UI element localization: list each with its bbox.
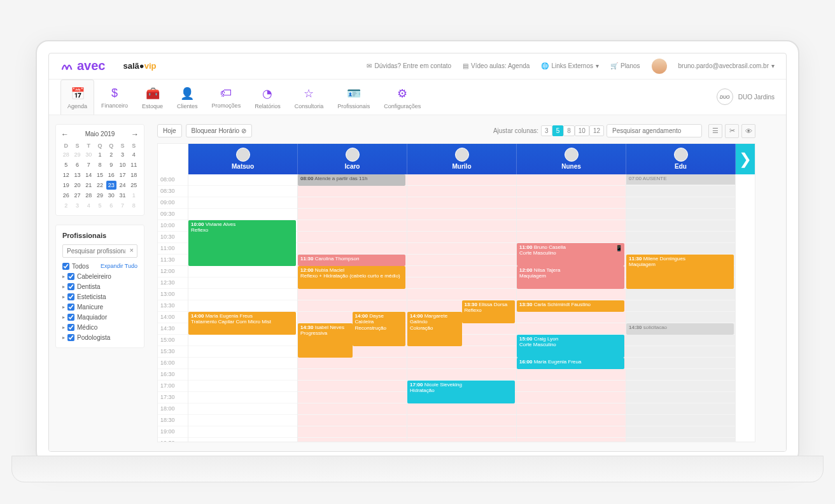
external-links[interactable]: 🌐 Links Externos ▾ — [541, 62, 599, 69]
col-btn-12[interactable]: 12 — [589, 125, 604, 136]
cal-day-8[interactable]: 8 — [129, 201, 139, 210]
col-btn-8[interactable]: 8 — [563, 125, 575, 136]
prof-header-edu[interactable]: Edu — [626, 144, 736, 174]
prof-col-edu[interactable]: 07:00 AUSENTE11:30 Milene DominguesMaqui… — [626, 174, 736, 442]
cal-day-14[interactable]: 14 — [83, 171, 94, 179]
event[interactable]: 14:00 Maria Eugenia FreusTratamento Capi… — [188, 312, 296, 335]
cal-day-24[interactable]: 24 — [118, 181, 128, 190]
nav-configurações[interactable]: ⚙Configurações — [377, 80, 428, 115]
prof-header-matsuo[interactable]: Matsuo — [188, 144, 298, 174]
cal-day-17[interactable]: 17 — [118, 171, 128, 179]
prof-header-icaro[interactable]: Icaro — [298, 144, 407, 174]
today-button[interactable]: Hoje — [157, 124, 182, 137]
cal-day-10[interactable]: 10 — [118, 160, 128, 169]
cal-day-19[interactable]: 19 — [61, 181, 71, 190]
event[interactable]: 14:00 Margarete GalindoColoração — [407, 312, 462, 346]
event[interactable]: 11:30 Milene DominguesMaquiagem — [626, 255, 734, 289]
prof-header-nunes[interactable]: Nunes — [517, 144, 626, 174]
cal-day-28[interactable]: 28 — [61, 150, 71, 159]
event[interactable]: 10:00 Viviane AlvesReflexo — [188, 220, 296, 266]
cal-day-25[interactable]: 25 — [129, 181, 139, 190]
cal-day-8[interactable]: 8 — [95, 160, 105, 169]
prof-search-clear[interactable]: × — [130, 246, 134, 254]
chk-manicure[interactable] — [67, 304, 74, 311]
cal-day-18[interactable]: 18 — [129, 171, 139, 179]
user-avatar[interactable] — [652, 59, 667, 74]
visibility-icon[interactable]: 👁 — [741, 124, 755, 138]
col-btn-10[interactable]: 10 — [575, 125, 589, 136]
list-view-icon[interactable]: ☰ — [708, 124, 722, 138]
prof-search-input[interactable] — [62, 244, 137, 258]
nav-promoções[interactable]: 🏷Promoções — [205, 80, 248, 115]
cal-day-21[interactable]: 21 — [83, 181, 94, 190]
cal-day-1[interactable]: 1 — [95, 150, 105, 159]
event[interactable]: 12:00 Nubia MacielReflexo + Hidratação (… — [298, 266, 405, 289]
cal-day-3[interactable]: 3 — [118, 150, 128, 159]
event[interactable]: 13:30 Elissa DorsaReflexo — [462, 300, 516, 323]
event[interactable]: 16:00 Maria Eugenia Freua — [517, 358, 624, 369]
event[interactable]: 12:00 Nilsa TajeraMaquiagem — [517, 266, 624, 289]
nav-consultoria[interactable]: ☆Consultoria — [288, 80, 331, 115]
cal-prev[interactable]: ← — [61, 130, 69, 139]
logo-salaovip[interactable]: salã●vip — [123, 61, 157, 71]
cal-day-27[interactable]: 27 — [73, 191, 83, 200]
cal-day-12[interactable]: 12 — [61, 171, 71, 179]
col-btn-3[interactable]: 3 — [541, 125, 552, 136]
prof-col-matsuo[interactable]: 10:00 Viviane AlvesReflexo14:00 Maria Eu… — [188, 174, 298, 442]
event[interactable]: 15:00 Craig LyonCorte Masculino — [517, 335, 624, 358]
cal-day-31[interactable]: 31 — [118, 191, 128, 200]
tools-icon[interactable]: ✂ — [725, 124, 739, 138]
search-schedule-input[interactable] — [607, 124, 702, 137]
cal-day-29[interactable]: 29 — [95, 191, 105, 200]
nav-financeiro[interactable]: $Financeiro — [94, 80, 135, 115]
cal-day-5[interactable]: 5 — [95, 201, 105, 210]
expand-all[interactable]: Expandir Tudo — [101, 263, 137, 269]
chk-maquiador[interactable] — [67, 314, 74, 321]
cal-day-15[interactable]: 15 — [95, 171, 105, 179]
cal-day-6[interactable]: 6 — [106, 201, 116, 210]
cal-day-11[interactable]: 11 — [129, 160, 139, 169]
chk-podologista[interactable] — [67, 334, 74, 341]
salon-badge[interactable]: DUO — [717, 88, 733, 105]
chk-cabeleireiro[interactable] — [67, 273, 74, 280]
nav-relatórios[interactable]: ◔Relatórios — [248, 80, 288, 115]
cal-day-16[interactable]: 16 — [106, 171, 116, 179]
cal-day-1[interactable]: 1 — [129, 191, 139, 200]
chk-médico[interactable] — [67, 324, 74, 331]
cal-day-13[interactable]: 13 — [73, 171, 83, 179]
prof-col-murilo[interactable]: 13:30 Elissa DorsaReflexo14:00 Margarete… — [407, 174, 517, 442]
cal-day-22[interactable]: 22 — [95, 181, 105, 190]
video-link[interactable]: ▤ Vídeo aulas: Agenda — [463, 62, 530, 69]
cal-day-2[interactable]: 2 — [61, 201, 71, 210]
chk-esteticista[interactable] — [67, 293, 74, 300]
cal-day-7[interactable]: 7 — [118, 201, 128, 210]
cal-day-4[interactable]: 4 — [129, 150, 139, 159]
prof-header-murilo[interactable]: Murilo — [407, 144, 517, 174]
event[interactable]: 11:30 Carolina Thompson — [298, 255, 405, 266]
contact-link[interactable]: ✉ Dúvidas? Entre em contato — [367, 62, 451, 69]
cal-next[interactable]: → — [131, 130, 139, 139]
event[interactable]: 14:30 solicitacao — [626, 323, 734, 335]
chk-dentista[interactable] — [67, 283, 74, 290]
event[interactable]: 14:30 Isabel NevesProgressiva — [298, 323, 353, 358]
event[interactable]: 14:00 Dayse CaldeiraReconstrução — [353, 312, 406, 346]
cal-day-9[interactable]: 9 — [106, 160, 116, 169]
cal-day-7[interactable]: 7 — [83, 160, 94, 169]
cal-day-30[interactable]: 30 — [83, 150, 94, 159]
cal-day-26[interactable]: 26 — [61, 191, 71, 200]
nav-estoque[interactable]: 🧰Estoque — [135, 80, 170, 115]
plans-link[interactable]: 🛒 Planos — [610, 62, 640, 69]
nav-agenda[interactable]: 📅Agenda — [60, 80, 94, 115]
event[interactable]: 11:00 Bruno CasellaCorte Masculino📱 — [517, 243, 624, 266]
cal-day-28[interactable]: 28 — [83, 191, 94, 200]
prof-col-nunes[interactable]: 11:00 Bruno CasellaCorte Masculino📱12:00… — [517, 174, 626, 442]
next-professionals[interactable]: ❯ — [736, 144, 755, 174]
chk-todos[interactable] — [62, 263, 69, 270]
prof-col-icaro[interactable]: 08:00 Atende a partir das 11h11:30 Carol… — [298, 174, 407, 442]
nav-clientes[interactable]: 👤Clientes — [170, 80, 205, 115]
block-time-button[interactable]: Bloquear Horário ⊘ — [186, 124, 252, 137]
cal-day-30[interactable]: 30 — [106, 191, 116, 200]
cal-day-2[interactable]: 2 — [106, 150, 116, 159]
event[interactable]: 08:00 Atende a partir das 11h — [298, 174, 405, 186]
logo-avec[interactable]: avec — [60, 59, 106, 73]
